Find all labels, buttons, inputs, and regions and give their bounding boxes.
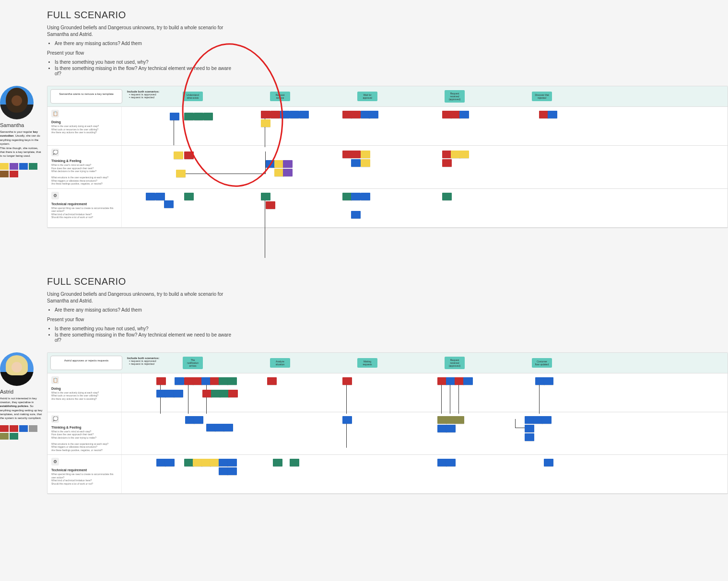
sticky-note[interactable] [261, 193, 270, 200]
sticky-note[interactable] [273, 459, 282, 466]
sticky-note[interactable] [206, 424, 216, 431]
sticky-note[interactable] [223, 424, 233, 431]
sticky-note[interactable] [437, 425, 447, 432]
sticky-note[interactable] [539, 111, 549, 118]
sticky-note[interactable] [170, 113, 179, 120]
sticky-note[interactable] [219, 377, 228, 385]
sticky-note[interactable] [280, 111, 290, 118]
phase-chip[interactable]: Request received (approved) [445, 357, 465, 369]
sticky-note[interactable] [342, 111, 352, 118]
sticky-note[interactable] [215, 424, 224, 431]
sticky-note[interactable] [267, 377, 277, 385]
sticky-note[interactable] [548, 111, 557, 118]
sticky-note[interactable] [203, 113, 213, 120]
sticky-note[interactable] [442, 151, 452, 158]
phase-chip[interactable]: Request remove [270, 92, 290, 101]
sticky-note[interactable] [533, 416, 543, 424]
sticky-note[interactable] [437, 459, 447, 466]
sticky-note[interactable] [193, 459, 202, 466]
sticky-note[interactable] [351, 151, 361, 158]
sticky-note[interactable] [165, 459, 175, 466]
lane-content[interactable] [122, 107, 728, 145]
sticky-note[interactable] [369, 111, 378, 118]
sticky-note[interactable] [194, 113, 203, 120]
sticky-note[interactable] [228, 390, 238, 397]
lane-content[interactable] [122, 189, 728, 227]
sticky-note[interactable] [446, 377, 456, 385]
sticky-note[interactable] [459, 111, 469, 118]
sticky-note[interactable] [451, 111, 460, 118]
sticky-note[interactable] [283, 160, 293, 168]
lane-content[interactable] [122, 455, 728, 493]
sticky-note[interactable] [270, 111, 280, 118]
phase-chip[interactable]: Wait for approval [357, 92, 377, 101]
phase-chip[interactable]: Understand what exists [183, 92, 203, 101]
sticky-note[interactable] [437, 416, 447, 424]
sticky-note[interactable] [227, 467, 237, 475]
sticky-note[interactable] [146, 193, 155, 200]
sticky-note[interactable] [283, 169, 293, 176]
sticky-note[interactable] [442, 193, 452, 200]
sticky-note[interactable] [274, 169, 284, 176]
sticky-note[interactable] [210, 459, 220, 466]
sticky-note[interactable] [184, 113, 194, 120]
sticky-note[interactable] [227, 459, 237, 466]
sticky-note[interactable] [184, 377, 194, 385]
scenario-label-sticky[interactable]: Samantha wants to remove a key template [50, 89, 122, 104]
phase-chip[interactable]: Analyze situation [270, 358, 290, 368]
sticky-note[interactable] [175, 377, 184, 385]
sticky-note[interactable] [156, 377, 166, 385]
sticky-note[interactable] [193, 377, 202, 385]
sticky-note[interactable] [525, 425, 534, 432]
sticky-note[interactable] [535, 377, 545, 385]
journey-board[interactable]: Samantha wants to remove a key templateI… [47, 86, 728, 228]
sticky-note[interactable] [351, 159, 361, 167]
sticky-note[interactable] [290, 111, 299, 118]
sticky-note[interactable] [290, 459, 299, 466]
phase-chip[interactable]: Discover that rejected [532, 92, 552, 101]
sticky-note[interactable] [446, 459, 456, 466]
sticky-note[interactable] [525, 433, 534, 441]
sticky-note[interactable] [544, 377, 553, 385]
sticky-note[interactable] [351, 111, 361, 118]
sticky-note[interactable] [156, 390, 166, 397]
sticky-note[interactable] [261, 119, 270, 127]
journey-board[interactable]: Astrid approves or rejects requestsInclu… [47, 352, 728, 495]
sticky-note[interactable] [219, 459, 228, 466]
sticky-note[interactable] [299, 111, 309, 118]
sticky-note[interactable] [525, 416, 534, 424]
lane-content[interactable] [122, 146, 728, 188]
sticky-note[interactable] [437, 377, 447, 385]
sticky-note[interactable] [361, 193, 370, 200]
sticky-note[interactable] [455, 377, 464, 385]
sticky-note[interactable] [274, 160, 284, 168]
phase-chip[interactable]: The notification arrives [183, 357, 203, 369]
sticky-note[interactable] [164, 200, 174, 208]
sticky-note[interactable] [211, 390, 221, 397]
sticky-note[interactable] [201, 459, 211, 466]
sticky-note[interactable] [361, 151, 370, 158]
sticky-note[interactable] [451, 151, 460, 158]
sticky-note[interactable] [202, 390, 212, 397]
sticky-note[interactable] [542, 416, 552, 424]
sticky-note[interactable] [220, 390, 229, 397]
sticky-note[interactable] [201, 377, 211, 385]
sticky-note[interactable] [210, 377, 220, 385]
sticky-note[interactable] [194, 416, 203, 424]
sticky-note[interactable] [266, 201, 275, 209]
sticky-note[interactable] [174, 390, 183, 397]
sticky-note[interactable] [219, 467, 228, 475]
sticky-note[interactable] [463, 377, 473, 385]
sticky-note[interactable] [544, 459, 553, 466]
sticky-note[interactable] [342, 416, 352, 424]
sticky-note[interactable] [184, 151, 194, 159]
sticky-note[interactable] [446, 425, 456, 432]
sticky-note[interactable] [174, 151, 183, 159]
sticky-note[interactable] [342, 377, 352, 385]
sticky-note[interactable] [227, 377, 237, 385]
sticky-note[interactable] [361, 159, 370, 167]
sticky-note[interactable] [442, 159, 452, 167]
sticky-note[interactable] [442, 111, 452, 118]
sticky-note[interactable] [176, 170, 186, 177]
sticky-note[interactable] [459, 151, 469, 158]
